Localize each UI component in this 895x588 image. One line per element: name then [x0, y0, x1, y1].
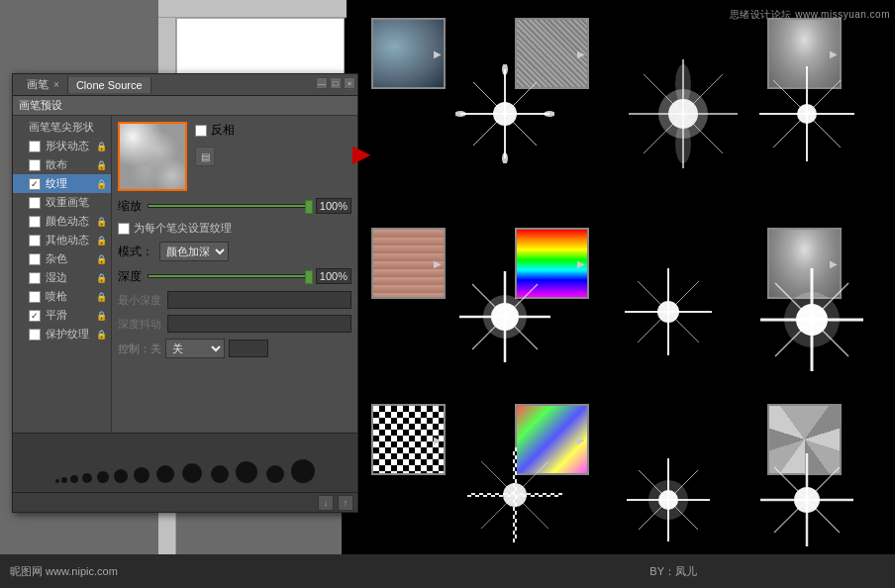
brush-dot	[182, 463, 202, 483]
brush-dot	[61, 477, 67, 483]
svg-point-21	[797, 104, 817, 124]
min-depth-label: 最小深度	[118, 293, 161, 308]
sparkle-1	[455, 64, 554, 163]
depth-slider[interactable]	[148, 274, 310, 278]
bottom-left-text: 昵图网 www.nipic.com	[10, 564, 118, 579]
texture-icon-btn[interactable]: ▤	[195, 147, 215, 166]
brush-item-wet-edges[interactable]: 湿边 🔒	[13, 268, 111, 287]
depth-jitter-row: 深度抖动	[118, 315, 351, 333]
checkbox-noise[interactable]	[29, 253, 41, 265]
panel-close-btn[interactable]: ×	[344, 77, 355, 89]
brush-item-airbrush[interactable]: 喷枪 🔒	[13, 287, 111, 306]
scale-slider[interactable]	[148, 204, 310, 208]
lock-other-dynamic: 🔒	[96, 236, 107, 245]
brush-item-shape-dynamic[interactable]: 形状动态 🔒	[13, 137, 111, 155]
depth-row: 深度 100%	[118, 267, 351, 285]
brush-item-dual[interactable]: 双重画笔	[13, 193, 111, 212]
checkbox-per-brush[interactable]	[118, 223, 130, 235]
brush-list-area: 画笔笔尖形状 形状动态 🔒 散布 🔒 ✓ 纹理 �	[13, 116, 357, 433]
panel-minimize-btn[interactable]: —	[316, 77, 328, 89]
brush-right-panel: 反相 ▤ ▶ 缩放 100%	[112, 116, 357, 433]
texture-preview[interactable]	[118, 122, 187, 191]
right-canvas: ▶ ▶ ▶ ▶ ▶ ▶ ▶ ▶ ▶	[342, 0, 895, 554]
checkbox-other-dynamic[interactable]	[29, 235, 41, 246]
brush-item-color-dynamic[interactable]: 颜色动态 🔒	[13, 212, 111, 231]
panel-maximize-btn[interactable]: □	[330, 77, 342, 89]
brush-dot	[55, 479, 59, 483]
depth-label: 深度	[118, 268, 142, 285]
thumb-blue-stones[interactable]: ▶	[371, 18, 446, 89]
svg-point-8	[544, 111, 554, 117]
checkbox-protect-texture[interactable]	[29, 329, 41, 341]
tab-clone-source[interactable]: Clone Source	[68, 77, 151, 93]
thumb-scroll-arrow: ▶	[577, 435, 585, 445]
control-select[interactable]: 关	[165, 339, 225, 358]
brush-item-scatter[interactable]: 散布 🔒	[13, 155, 111, 174]
panel-bottom-bar: ↓ ↑	[13, 492, 357, 512]
brush-item-label: 保护纹理	[46, 327, 89, 342]
brush-item-texture[interactable]: ✓ 纹理 🔒	[13, 174, 111, 193]
per-brush-row: 为每个笔尖设置纹理	[118, 221, 351, 236]
svg-point-38	[784, 292, 840, 347]
depth-slider-thumb[interactable]	[305, 270, 313, 284]
checkbox-dual[interactable]	[29, 197, 41, 209]
brush-item-tip-shape[interactable]: 画笔笔尖形状	[13, 118, 111, 137]
scale-row: 缩放 100%	[118, 197, 351, 215]
brush-item-label: 纹理	[46, 176, 67, 191]
bottom-bar: 昵图网 www.nipic.com BY：凤儿	[0, 554, 895, 588]
brush-item-label: 形状动态	[46, 139, 89, 153]
checkbox-texture[interactable]: ✓	[29, 178, 41, 190]
tab-brush[interactable]: 画笔 ×	[19, 75, 68, 94]
brush-preview-area	[13, 433, 357, 492]
svg-point-7	[455, 111, 466, 117]
min-depth-field[interactable]	[167, 291, 351, 309]
texture-row: 反相 ▤ ▶	[118, 122, 351, 191]
tab-brush-close[interactable]: ×	[53, 79, 59, 90]
brush-item-smooth[interactable]: ✓ 平滑 🔒	[13, 306, 111, 325]
brush-item-label: 画笔笔尖形状	[29, 120, 94, 135]
mode-select[interactable]: 颜色加深	[159, 242, 229, 261]
lock-protect-texture: 🔒	[96, 330, 107, 340]
min-depth-row: 最小深度	[118, 291, 351, 309]
checkbox-color-dynamic[interactable]	[29, 216, 41, 228]
control-value-field[interactable]	[229, 340, 268, 357]
bottom-icon-delete[interactable]: ↑	[338, 495, 353, 511]
checkbox-shape-dynamic[interactable]	[29, 141, 41, 152]
thumb-scroll-arrow: ▶	[434, 258, 442, 269]
per-brush-label: 为每个笔尖设置纹理	[134, 221, 232, 236]
lock-texture: 🔒	[96, 179, 107, 189]
checkbox-invert[interactable]	[195, 125, 207, 137]
svg-point-27	[483, 295, 527, 339]
brush-item-other-dynamic[interactable]: 其他动态 🔒	[13, 231, 111, 249]
svg-point-16	[675, 124, 691, 163]
depth-jitter-field[interactable]	[167, 315, 351, 333]
brush-preset-label: 画笔预设	[19, 99, 62, 111]
scale-value: 100%	[316, 198, 351, 214]
brush-preset-header: 画笔预设	[13, 96, 357, 116]
scale-slider-thumb[interactable]	[305, 200, 313, 214]
thumb-checker[interactable]: ▶	[371, 404, 446, 475]
lock-smooth: 🔒	[96, 311, 107, 321]
checkbox-smooth[interactable]: ✓	[29, 310, 41, 322]
brush-item-protect-texture[interactable]: 保护纹理 🔒	[13, 325, 111, 343]
thumb-wood[interactable]: ▶	[371, 228, 446, 299]
lock-noise: 🔒	[96, 254, 107, 264]
invert-label: 反相	[211, 122, 235, 139]
brush-item-label: 其他动态	[46, 233, 89, 247]
texture-preview-cloud	[120, 124, 185, 189]
brush-item-noise[interactable]: 杂色 🔒	[13, 249, 111, 268]
tab-brush-label: 画笔	[27, 78, 49, 90]
thumb-scroll-arrow: ▶	[434, 435, 442, 445]
sparkle-8	[752, 450, 861, 549]
checkbox-airbrush[interactable]	[29, 291, 41, 303]
lock-scatter: 🔒	[96, 160, 107, 170]
watermark-text: 思绪设计论坛 www.missyuan.com	[730, 9, 890, 20]
checkbox-scatter[interactable]	[29, 159, 41, 171]
checkbox-wet-edges[interactable]	[29, 272, 41, 284]
bottom-right-text: BY：凤儿	[649, 564, 697, 579]
brush-dot	[82, 473, 92, 483]
svg-point-15	[675, 64, 691, 104]
bottom-icon-create[interactable]: ↓	[318, 495, 334, 511]
scale-slider-fill	[149, 205, 309, 207]
brush-dots-container	[55, 443, 315, 483]
